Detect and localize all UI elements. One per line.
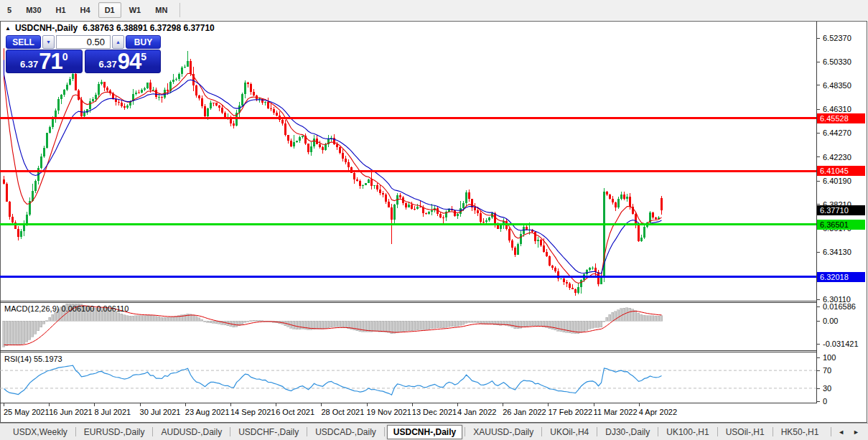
chart-tab-dj30-[interactable]: DJ30-,Daily	[599, 425, 655, 439]
macd-indicator-label: MACD(12,26,9) 0.006100 0.006110	[4, 304, 129, 313]
tab-divider	[307, 427, 307, 436]
lot-increase-button[interactable]: ▲	[112, 35, 124, 49]
chart-tab-audusd-[interactable]: AUDUSD-,Daily	[155, 425, 228, 439]
tab-divider	[541, 427, 542, 436]
buy-quote-box[interactable]: 6.37 94 5	[85, 50, 162, 73]
lot-decrease-button[interactable]: ▼	[42, 35, 55, 49]
timeframe-m30[interactable]: M30	[19, 2, 47, 18]
tab-divider	[152, 427, 153, 436]
macd-axis-label: -0.031421	[823, 340, 859, 348]
price-tick-label: 6.42230	[823, 153, 851, 162]
chart-tab-usdcad-[interactable]: USDCAD-,Daily	[309, 425, 382, 439]
price-badge: 6.45528	[817, 113, 865, 123]
date-label: 6 Oct 2021	[276, 408, 314, 416]
toolbar-separator	[179, 3, 180, 17]
timeframe-d1[interactable]: D1	[98, 2, 121, 18]
sell-price-prefix: 6.37	[20, 59, 38, 70]
timeframe-h4[interactable]: H4	[74, 2, 97, 18]
date-label: 14 Sep 2021	[230, 408, 275, 416]
tab-divider	[831, 427, 831, 436]
tab-divider	[773, 427, 773, 436]
chart-tab-uk100-[interactable]: UK100-,H1	[661, 425, 714, 439]
chart-tab-ukoil-[interactable]: UKOil-,H4	[544, 425, 594, 439]
price-tick-label: 6.44270	[823, 128, 851, 137]
chart-symbol-period: USDCNH-,Daily	[15, 23, 78, 33]
date-label: 8 Jul 2021	[94, 408, 131, 416]
price-tick-label: 6.48350	[823, 81, 851, 90]
chart-tab-usoil-[interactable]: USOil-,H1	[720, 425, 770, 439]
tab-divider	[717, 427, 718, 436]
tab-divider	[465, 427, 465, 436]
date-label: 13 Dec 2021	[412, 408, 457, 416]
chart-title-bar: ▲ USDCNH-,Daily 6.38763 6.38891 6.37298 …	[5, 23, 215, 33]
buy-price-big: 94	[118, 51, 141, 72]
price-badge: 6.37710	[817, 205, 865, 215]
timeframe-h1[interactable]: H1	[50, 2, 73, 18]
chart-tab-usdchf-[interactable]: USDCHF-,Daily	[233, 425, 304, 439]
date-label: 23 Aug 2021	[185, 408, 230, 416]
sell-price-big: 71	[39, 51, 62, 72]
date-label: 28 Oct 2021	[321, 408, 364, 416]
buy-price-sup: 5	[141, 51, 146, 62]
price-badge: 6.32018	[817, 272, 865, 282]
chart-tab-usdcnh-[interactable]: USDCNH-,Daily	[387, 425, 462, 439]
tab-scroll-left-button[interactable]: ◄	[834, 427, 849, 437]
sell-button[interactable]: SELL	[6, 35, 41, 49]
chart-ohlc-values: 6.38763 6.38891 6.37298 6.37710	[83, 23, 215, 33]
macd-axis-label: 0.00	[823, 317, 838, 325]
date-label: 16 Jun 2021	[49, 408, 93, 416]
sell-quote-box[interactable]: 6.37 71 0	[6, 50, 83, 73]
buy-price-prefix: 6.37	[98, 59, 116, 70]
tab-divider	[75, 427, 76, 436]
tab-divider	[658, 427, 658, 436]
price-tick-label: 6.50330	[823, 57, 851, 66]
buy-button[interactable]: BUY	[126, 35, 161, 49]
chart-tab-hk50-[interactable]: HK50-,H1	[775, 425, 825, 439]
price-badge: 6.36501	[817, 220, 865, 230]
one-click-trade-panel: SELL ▼ 0.50 ▲ BUY 6.37 71 0 6.37 94 5	[6, 35, 161, 73]
price-tick-label: 6.40190	[823, 177, 851, 185]
chart-tab-xauusd-[interactable]: XAUUSD-,Daily	[467, 425, 539, 439]
chart-tab-usdx[interactable]: USDX,Weekly	[7, 425, 73, 439]
date-label: 4 Apr 2022	[639, 408, 677, 416]
tab-divider	[384, 427, 385, 436]
timeframe-w1[interactable]: W1	[123, 2, 148, 18]
date-label: 17 Feb 2022	[548, 408, 592, 416]
rsi-axis-label: 0	[823, 397, 827, 406]
date-label: 19 Nov 2021	[367, 408, 411, 416]
date-label: 26 Jan 2022	[503, 408, 546, 416]
lot-size-input[interactable]: 0.50	[56, 35, 111, 49]
date-label: 30 Jul 2021	[140, 408, 181, 416]
tab-scroll-right-button[interactable]: ►	[849, 427, 864, 437]
price-tick-label: 6.46310	[823, 105, 851, 113]
date-label: 4 Jan 2022	[457, 408, 496, 416]
chart-tab-bar: USDX,WeeklyEURUSD-,DailyAUDUSD-,DailyUSD…	[0, 423, 868, 440]
chart-tab-eurusd-[interactable]: EURUSD-,Daily	[78, 425, 151, 439]
price-tick-label: 6.34130	[823, 248, 851, 256]
rsi-axis-label: 30	[823, 384, 831, 393]
tab-divider	[230, 427, 230, 436]
rsi-indicator-label: RSI(14) 55.1973	[4, 355, 62, 363]
timeframe-5[interactable]: 5	[1, 2, 18, 18]
rsi-axis-label: 100	[823, 353, 836, 362]
timeframe-toolbar: 5M30H1H4D1W1MN	[0, 0, 868, 20]
macd-axis-label: 0.016586	[823, 302, 856, 311]
tab-divider	[597, 427, 597, 436]
timeframe-mn[interactable]: MN	[149, 2, 174, 18]
sell-price-sup: 0	[62, 51, 68, 62]
one-click-panel-toggle-icon[interactable]: ▲	[5, 25, 11, 32]
price-chart-canvas[interactable]	[0, 20, 868, 423]
date-label: 25 May 2021	[4, 408, 50, 416]
price-tick-label: 6.52370	[823, 34, 851, 42]
date-label: 11 Mar 2022	[594, 408, 638, 416]
price-badge: 6.41045	[817, 166, 865, 176]
rsi-axis-label: 70	[823, 366, 831, 375]
